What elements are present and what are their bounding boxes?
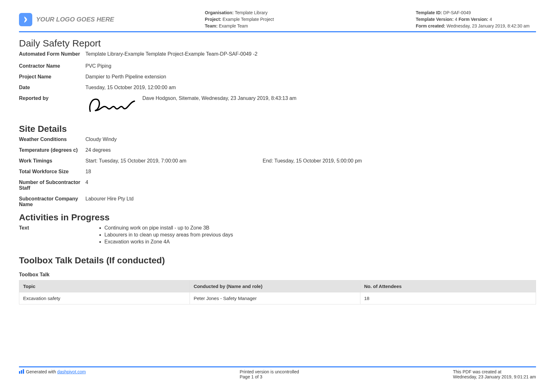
footer-center: Printed version is uncontrolled Page 1 o… <box>240 369 299 379</box>
sub-staff-label: Number of Subcontractor Staff <box>19 180 85 191</box>
footer-page: Page 1 of 3 <box>240 374 299 379</box>
weather-label: Weather Conditions <box>19 137 85 142</box>
document-header: YOUR LOGO GOES HERE Organisation: Templa… <box>19 9 536 32</box>
form-created-label: Form created: <box>416 23 445 28</box>
activity-item: Excavation works in Zone 4A <box>104 239 233 245</box>
workforce-label: Total Workforce Size <box>19 169 85 175</box>
activities-row: Text Continuing work on pipe install - u… <box>19 225 536 246</box>
activities-list: Continuing work on pipe install - up to … <box>104 225 233 246</box>
footer-created-label: This PDF was created at <box>453 369 536 374</box>
footer-uncontrolled: Printed version is uncontrolled <box>240 369 299 374</box>
col-topic: Topic <box>19 280 190 292</box>
date-label: Date <box>19 85 85 90</box>
footer-link[interactable]: dashpivot.com <box>57 369 86 374</box>
org-label: Organisation: <box>205 10 234 15</box>
org-value: Template Library <box>235 10 268 15</box>
form-created-value: Wednesday, 23 January 2019, 8:42:30 am <box>446 23 530 28</box>
field-work-timings: Work Timings Start: Tuesday, 15 October … <box>19 158 536 164</box>
field-contractor: Contractor Name PVC Piping <box>19 63 536 69</box>
site-details-heading: Site Details <box>19 124 536 134</box>
cell-attendees: 18 <box>360 292 536 304</box>
bars-icon <box>19 369 24 374</box>
activities-heading: Activities in Progress <box>19 212 536 223</box>
toolbox-subheading: Toolbox Talk <box>19 272 536 278</box>
page-title: Daily Safety Report <box>19 38 536 49</box>
weather-value: Cloudy Windy <box>85 137 536 142</box>
form-version-value: 4 <box>490 17 492 22</box>
toolbox-heading: Toolbox Talk Details (If conducted) <box>19 255 536 266</box>
footer-left: Generated with dashpivot.com <box>19 369 86 379</box>
field-afn: Automated Form Number Template Library-E… <box>19 51 536 57</box>
template-version-value: 4 <box>455 17 457 22</box>
table-row: Excavation safety Peter Jones - Safety M… <box>19 292 536 304</box>
field-reported-by: Reported by Dave Hodgson, Sitemate, Wedn… <box>19 95 536 114</box>
signature-icon <box>85 95 136 114</box>
sub-company-label: Subcontractor Company Name <box>19 196 85 207</box>
timings-label: Work Timings <box>19 158 85 164</box>
activity-item: Labourers in to clean up messy areas fro… <box>104 232 233 238</box>
footer-gen-prefix: Generated with <box>26 369 57 374</box>
toolbox-table: Topic Conducted by (Name and role) No. o… <box>19 280 536 304</box>
team-label: Team: <box>205 23 217 28</box>
contractor-label: Contractor Name <box>19 63 85 69</box>
template-id-value: DP-SAF-0049 <box>443 10 471 15</box>
project-label: Project: <box>205 17 221 22</box>
date-value: Tuesday, 15 October 2019, 12:00:00 am <box>85 85 536 90</box>
header-right: Template ID: DP-SAF-0049 Template Versio… <box>416 9 536 29</box>
timings-end: End: Tuesday, 15 October 2019, 5:00:00 p… <box>263 158 362 164</box>
afn-label: Automated Form Number <box>19 51 85 57</box>
field-sub-staff: Number of Subcontractor Staff 4 <box>19 180 536 191</box>
timings-start: Start: Tuesday, 15 October 2019, 7:00:00… <box>85 158 250 164</box>
document-footer: Generated with dashpivot.com Printed ver… <box>19 366 536 379</box>
table-header-row: Topic Conducted by (Name and role) No. o… <box>19 280 536 292</box>
header-mid: Organisation: Template Library Project: … <box>205 9 325 29</box>
header-left: YOUR LOGO GOES HERE <box>19 9 114 29</box>
sub-company-value: Labourer Hire Pty Ltd <box>85 196 536 207</box>
reported-value: Dave Hodgson, Sitemate, Wednesday, 23 Ja… <box>142 95 296 101</box>
footer-right: This PDF was created at Wednesday, 23 Ja… <box>453 369 536 379</box>
contractor-value: PVC Piping <box>85 63 536 69</box>
temp-label: Temperature (degrees c) <box>19 147 85 153</box>
logo-placeholder-text: YOUR LOGO GOES HERE <box>36 16 114 23</box>
temp-value: 24 degrees <box>85 147 536 153</box>
form-version-label: Form Version: <box>458 17 488 22</box>
cell-conducted-by: Peter Jones - Safety Manager <box>190 292 360 304</box>
field-sub-company: Subcontractor Company Name Labourer Hire… <box>19 196 536 207</box>
field-temperature: Temperature (degrees c) 24 degrees <box>19 147 536 153</box>
cell-topic: Excavation safety <box>19 292 190 304</box>
field-date: Date Tuesday, 15 October 2019, 12:00:00 … <box>19 85 536 90</box>
team-value: Example Team <box>219 23 248 28</box>
template-version-label: Template Version: <box>416 17 454 22</box>
field-weather: Weather Conditions Cloudy Windy <box>19 137 536 142</box>
afn-value: Template Library-Example Template Projec… <box>85 51 536 57</box>
reported-label: Reported by <box>19 95 85 114</box>
col-attendees: No. of Attendees <box>360 280 536 292</box>
field-project: Project Name Dampier to Perth Pipeline e… <box>19 74 536 80</box>
activities-text-label: Text <box>19 225 98 231</box>
sub-staff-value: 4 <box>85 180 536 191</box>
logo-icon <box>19 13 32 26</box>
field-workforce: Total Workforce Size 18 <box>19 169 536 175</box>
workforce-value: 18 <box>85 169 536 175</box>
project-name-value: Dampier to Perth Pipeline extension <box>85 74 536 80</box>
col-conducted-by: Conducted by (Name and role) <box>190 280 360 292</box>
project-value: Example Template Project <box>222 17 274 22</box>
activity-item: Continuing work on pipe install - up to … <box>104 225 233 231</box>
project-name-label: Project Name <box>19 74 85 80</box>
template-id-label: Template ID: <box>416 10 442 15</box>
footer-created-value: Wednesday, 23 January 2019, 9:01:21 am <box>453 374 536 379</box>
